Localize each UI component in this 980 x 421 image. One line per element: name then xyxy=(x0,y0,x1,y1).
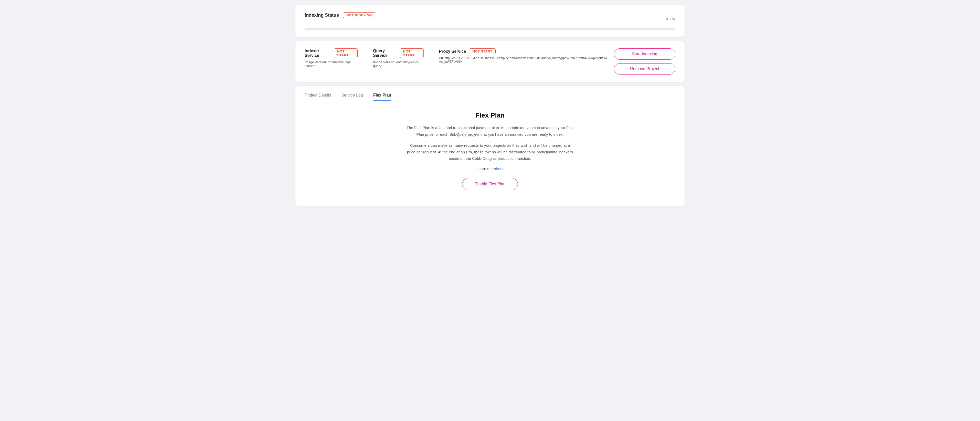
flex-plan-learn-more: Learn morehere xyxy=(476,166,504,171)
tabs-card: Project Details Service Log Flex Plan Fl… xyxy=(296,86,684,206)
query-service-block: Query Service NOT START Image Version: o… xyxy=(373,48,424,68)
proxy-service-title: Proxy Service xyxy=(439,49,466,54)
query-title-row: Query Service NOT START xyxy=(373,48,424,58)
services-list: Indexer Service NOT START Image Version:… xyxy=(305,48,609,68)
indexing-status-badge: NOT INDEXING xyxy=(343,12,375,18)
progress-bar-container xyxy=(305,28,675,30)
learn-more-text: Learn more xyxy=(476,166,496,171)
tab-service-log[interactable]: Service Log xyxy=(341,93,363,100)
indexer-service-badge: NOT START xyxy=(334,48,358,58)
tabs-row: Project Details Service Log Flex Plan xyxy=(305,93,675,101)
progress-percentage: 0.00% xyxy=(666,17,675,21)
start-indexing-button[interactable]: Start Indexing xyxy=(614,48,675,60)
progress-section: 0.00% xyxy=(305,22,675,30)
remove-project-button[interactable]: Remove Project xyxy=(614,63,675,75)
indexing-status-card: Indexing Status NOT INDEXING 0.00% xyxy=(296,5,684,37)
query-image-version: Image Version: onfinality/subql-query: xyxy=(373,60,424,68)
flex-plan-content: Flex Plan The Flex Plan is a fast and tr… xyxy=(400,101,580,198)
proxy-url: Url: http://ec2-3-25-228-54.ap-southeast… xyxy=(439,56,609,64)
indexer-title-row: Indexer Service NOT START xyxy=(305,48,358,58)
query-service-badge: NOT START xyxy=(400,48,424,58)
indexer-image-version: Image Version: onfinality/subql-indexer: xyxy=(305,60,358,68)
tab-project-details[interactable]: Project Details xyxy=(305,93,331,100)
page-wrapper: Indexing Status NOT INDEXING 0.00% Index… xyxy=(296,5,684,206)
proxy-service-badge: NOT START xyxy=(469,48,496,54)
indexing-status-label: Indexing Status xyxy=(305,13,339,18)
services-card: Indexer Service NOT START Image Version:… xyxy=(296,41,684,82)
flex-plan-title: Flex Plan xyxy=(476,112,504,120)
learn-more-link[interactable]: here xyxy=(496,166,504,171)
tab-flex-plan[interactable]: Flex Plan xyxy=(373,93,391,100)
indexer-service-block: Indexer Service NOT START Image Version:… xyxy=(305,48,358,68)
query-service-title: Query Service xyxy=(373,49,397,58)
indexer-service-title: Indexer Service xyxy=(305,49,331,58)
proxy-title-row: Proxy Service NOT START xyxy=(439,48,609,54)
flex-plan-desc1: The Flex Plan is a fast and transactiona… xyxy=(406,124,574,137)
enable-flex-plan-button[interactable]: Enable Flex Plan xyxy=(462,178,518,190)
services-buttons: Start Indexing Remove Project xyxy=(614,48,675,75)
proxy-service-block: Proxy Service NOT START Url: http://ec2-… xyxy=(439,48,609,68)
status-header: Indexing Status NOT INDEXING xyxy=(305,12,675,18)
flex-plan-desc2: Consumers can make as many requests to y… xyxy=(406,142,574,162)
